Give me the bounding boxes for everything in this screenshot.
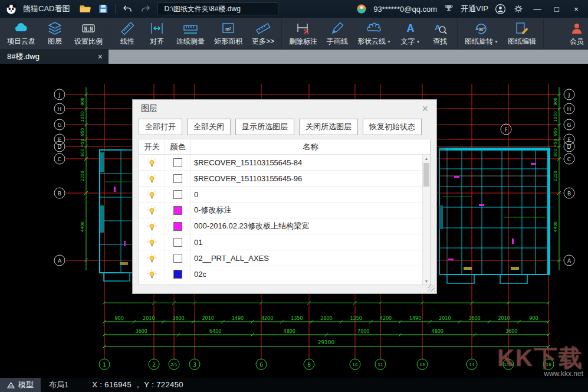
toolbar-measure[interactable]: 连续测量 — [172, 18, 209, 49]
layer-color-cell — [165, 155, 191, 170]
toolbar-freehand[interactable]: 手画线 — [322, 18, 353, 49]
layer-color-swatch[interactable] — [173, 190, 182, 199]
redo-icon[interactable] — [139, 2, 152, 15]
layer-color-swatch[interactable] — [173, 254, 182, 263]
layer-color-swatch[interactable] — [173, 270, 182, 279]
layer-bulb-on-icon[interactable] — [139, 266, 165, 282]
layout1-tab[interactable]: 布局1 — [41, 378, 77, 392]
panda-logo-icon — [5, 2, 18, 15]
toolbar-cloud[interactable]: 项目云盘 — [2, 18, 40, 49]
layer-row[interactable]: 02c — [139, 266, 422, 282]
layer-color-swatch[interactable] — [173, 238, 182, 247]
minimize-button[interactable]: — — [530, 5, 544, 14]
rotate-icon: 90° — [474, 21, 489, 36]
file-path-field[interactable]: D:\图纸文件夹\8#楼.dwg — [157, 2, 278, 15]
toolbar-edit[interactable]: 图纸编辑 — [503, 18, 541, 49]
maximize-button[interactable]: □ — [550, 5, 564, 14]
layer-row[interactable]: $RECOVER_151103155645-96 — [139, 171, 422, 187]
layers-dialog: 图层 × 全部打开全部关闭显示所选图层关闭所选图层恢复初始状态 开关 颜色 名称… — [132, 99, 437, 294]
toolbar-item-label: 删除标注 — [289, 37, 317, 47]
toolbar-rotate[interactable]: 90°图纸旋转▼ — [460, 18, 503, 49]
vip-trophy-icon[interactable] — [442, 2, 455, 15]
toolbar-layers[interactable]: 图层 — [40, 18, 70, 49]
cursor-coordinates: X : 616945 ， Y : 722450 — [92, 380, 183, 390]
model-space-tab[interactable]: 模型 — [0, 378, 41, 392]
toolbar-item-label: 会员 — [570, 37, 584, 47]
toolbar-scale[interactable]: N:N设置比例 — [70, 18, 107, 49]
toolbar-delete-annotation[interactable]: 删除标注 — [284, 18, 322, 49]
user-icon[interactable] — [494, 2, 507, 15]
toolbar-align[interactable]: 对齐 — [142, 18, 172, 49]
layer-row[interactable]: 0 — [139, 187, 422, 202]
document-tab[interactable]: 8#楼.dwg × — [0, 50, 109, 64]
layers-table-body: $RECOVER_151103155645-84$RECOVER_1511031… — [139, 155, 422, 285]
undo-icon[interactable] — [121, 2, 134, 15]
find-icon: A — [432, 21, 448, 36]
svg-text:2010: 2010 — [202, 316, 214, 321]
toolbar-item-label: 图层 — [48, 37, 62, 47]
settings-gear-icon[interactable] — [512, 2, 525, 15]
account-email[interactable]: 93******0@qq.com — [373, 5, 437, 14]
toolbar-area[interactable]: m²矩形面积 — [209, 18, 247, 49]
toolbar-more[interactable]: 更多>> — [247, 18, 279, 49]
svg-text:G: G — [567, 122, 571, 128]
chevron-down-icon: ▼ — [387, 40, 391, 44]
toolbar-find[interactable]: A查找 — [425, 18, 455, 49]
svg-text:2010: 2010 — [439, 316, 451, 321]
table-scrollbar[interactable]: ▲ ▼ — [422, 155, 430, 285]
layer-color-swatch[interactable] — [173, 206, 182, 215]
layer-name: 02c — [191, 270, 422, 279]
drawing-canvas[interactable]: 122/13681011131414/116JJHHGGEEDDCCBBAAF9… — [0, 64, 588, 378]
svg-text:B: B — [58, 191, 61, 197]
svg-text:3600: 3600 — [468, 316, 480, 321]
toolbar-member[interactable]: 会员 — [562, 18, 588, 49]
dialog-titlebar[interactable]: 图层 × — [133, 100, 436, 117]
open-all-layers-button[interactable]: 全部打开 — [139, 119, 182, 135]
layer-bulb-on-icon[interactable] — [139, 218, 165, 234]
layer-bulb-on-icon[interactable] — [139, 250, 165, 266]
layer-row[interactable]: 000-2016.02.23修改板上结构梁宽 — [139, 218, 422, 234]
measure-icon — [183, 21, 198, 36]
svg-text:4400: 4400 — [80, 221, 85, 232]
layer-bulb-on-icon[interactable] — [139, 234, 165, 250]
layer-bulb-on-icon[interactable] — [139, 171, 165, 186]
account-avatar-icon[interactable] — [355, 2, 368, 15]
toolbar-linear[interactable]: 线性 — [113, 18, 142, 49]
open-folder-icon[interactable] — [78, 2, 91, 15]
layer-row[interactable]: 02__PRT_ALL_AXES — [139, 250, 422, 266]
dialog-button-row: 全部打开全部关闭显示所选图层关闭所选图层恢复初始状态 — [133, 117, 436, 135]
toolbar-item-label: 连续测量 — [176, 37, 205, 47]
layer-bulb-on-icon[interactable] — [139, 202, 165, 218]
toolbar-item-label: 查找 — [433, 37, 447, 47]
layer-row[interactable]: 01 — [139, 234, 422, 250]
scroll-up-icon[interactable]: ▲ — [423, 155, 430, 162]
layer-row[interactable]: $RECOVER_151103155645-84 — [139, 155, 422, 171]
tab-close-icon[interactable]: × — [98, 52, 103, 61]
close-all-layers-button[interactable]: 全部关闭 — [187, 119, 231, 135]
layer-bulb-on-icon[interactable] — [139, 187, 165, 202]
layer-color-swatch[interactable] — [173, 222, 182, 231]
layer-color-cell — [165, 171, 191, 186]
layer-color-swatch[interactable] — [173, 158, 182, 167]
column-header-switch: 开关 — [139, 139, 165, 154]
svg-text:3600: 3600 — [172, 316, 184, 321]
open-vip-link[interactable]: 开通VIP — [461, 4, 488, 14]
dialog-resize-grip[interactable] — [428, 285, 435, 292]
layer-row[interactable]: 0-修改标注 — [139, 202, 422, 218]
layer-color-swatch[interactable] — [173, 174, 182, 183]
toolbar-cloudline[interactable]: 形状云线▼ — [353, 18, 396, 49]
svg-text:800: 800 — [80, 149, 85, 156]
save-icon[interactable] — [97, 2, 110, 15]
svg-text:90°: 90° — [479, 27, 485, 31]
close-button[interactable]: × — [569, 5, 583, 14]
layer-bulb-on-icon[interactable] — [139, 155, 165, 170]
scroll-down-icon[interactable]: ▼ — [423, 277, 430, 285]
main-toolbar: 项目云盘图层N:N设置比例线性对齐连续测量m²矩形面积更多>>删除标注手画线形状… — [0, 18, 588, 50]
scrollbar-thumb[interactable] — [423, 163, 429, 187]
toolbar-text[interactable]: A文字▼ — [396, 18, 425, 49]
svg-text:11: 11 — [378, 362, 383, 367]
hide-selected-layers-button[interactable]: 关闭所选图层 — [299, 119, 358, 135]
dialog-close-icon[interactable]: × — [419, 103, 431, 114]
show-selected-layers-button[interactable]: 显示所选图层 — [235, 119, 294, 135]
restore-initial-state-button[interactable]: 恢复初始状态 — [363, 119, 422, 135]
